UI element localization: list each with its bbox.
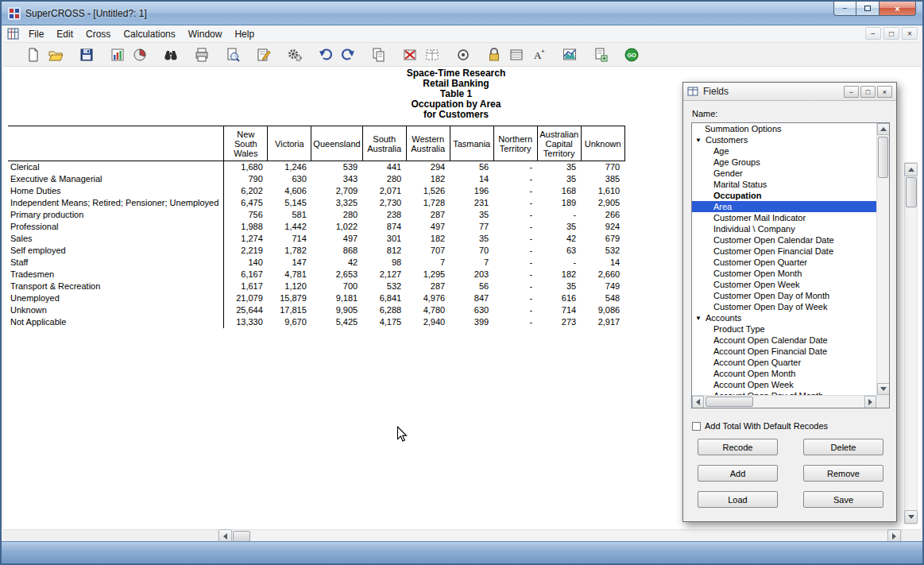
row-label[interactable]: Unknown: [8, 304, 224, 316]
field-list-item[interactable]: Summation Options: [692, 123, 876, 134]
row-label[interactable]: Home Duties: [8, 185, 224, 197]
menu-item[interactable]: File: [22, 27, 50, 41]
remove-button[interactable]: Remove: [803, 465, 883, 482]
font-button[interactable]: A+: [529, 45, 548, 64]
field-list-item[interactable]: Account Open Week: [692, 379, 876, 390]
redo-button[interactable]: [338, 45, 358, 64]
vertical-scroll-thumb[interactable]: [906, 177, 917, 207]
fields-scroll-up-button[interactable]: [877, 123, 890, 135]
field-list-item[interactable]: Customer Mail Indicator: [692, 212, 876, 223]
mdi-minimize-button[interactable]: −: [865, 27, 881, 40]
recode-button[interactable]: Recode: [698, 439, 778, 455]
delete-table-button[interactable]: [400, 45, 419, 64]
field-list-item[interactable]: Age Groups: [692, 157, 876, 168]
field-list-item[interactable]: Account Open Financial Date: [692, 346, 876, 357]
row-label[interactable]: Independent Means; Retired; Pensioner; U…: [8, 197, 224, 209]
expander-icon[interactable]: ▼: [695, 135, 706, 146]
expander-icon[interactable]: ▼: [695, 313, 706, 324]
menu-item[interactable]: Help: [228, 27, 261, 41]
delete-button[interactable]: Delete: [803, 439, 883, 455]
column-header[interactable]: Unknown: [581, 126, 624, 161]
vertical-scrollbar[interactable]: [904, 162, 918, 524]
field-list-item[interactable]: Customer Open Financial Date: [692, 246, 876, 257]
fields-vertical-scroll-thumb[interactable]: [878, 137, 888, 178]
field-list-item[interactable]: Occupation: [692, 190, 876, 201]
scroll-up-button[interactable]: [904, 163, 918, 176]
field-list-item[interactable]: Individual \ Company: [692, 223, 876, 234]
graph-button[interactable]: [560, 45, 579, 64]
field-list-item[interactable]: Customer Open Month: [692, 268, 876, 279]
field-list-item[interactable]: Account Open Calendar Date: [692, 335, 876, 346]
row-label[interactable]: Self employed: [8, 245, 224, 257]
field-list-item[interactable]: Customer Open Calendar Date: [692, 234, 876, 246]
fields-scroll-left-button[interactable]: [692, 396, 704, 408]
field-list-item[interactable]: ▼Accounts: [692, 312, 876, 323]
add-table-button[interactable]: [591, 45, 610, 64]
field-list-item[interactable]: Account Open Month: [692, 368, 876, 379]
scroll-down-button[interactable]: [904, 510, 918, 524]
fields-scroll-right-button[interactable]: [864, 396, 876, 408]
mdi-close-button[interactable]: ×: [902, 27, 918, 40]
field-list-item[interactable]: Customer Open Day of Month: [692, 290, 876, 301]
menu-item[interactable]: Cross: [79, 27, 117, 41]
print-preview-button[interactable]: [223, 45, 242, 64]
fields-list[interactable]: Summation Options ▼Customers Age Age Gro…: [691, 122, 890, 408]
fields-scroll-down-button[interactable]: [877, 383, 890, 395]
close-button[interactable]: ×: [879, 2, 916, 16]
column-header[interactable]: Victoria: [268, 126, 311, 161]
menu-item[interactable]: Window: [182, 27, 229, 41]
row-label[interactable]: Staff: [8, 257, 224, 269]
mdi-restore-button[interactable]: □: [883, 27, 899, 40]
field-list-item[interactable]: Product Type: [692, 323, 876, 335]
edit-button[interactable]: [254, 45, 273, 64]
table-layout-button[interactable]: [507, 45, 526, 64]
column-header[interactable]: Western Australia: [406, 126, 450, 161]
field-list-item[interactable]: Customer Open Quarter: [692, 257, 876, 268]
field-list-item[interactable]: Customer Open Day of Week: [692, 301, 876, 312]
undo-button[interactable]: [316, 45, 335, 64]
menu-item[interactable]: Edit: [50, 27, 79, 41]
go-button[interactable]: GO: [622, 45, 641, 64]
menu-item[interactable]: Calculations: [117, 27, 181, 41]
target-button[interactable]: [454, 45, 473, 64]
open-button[interactable]: [46, 45, 65, 64]
row-label[interactable]: Tradesmen: [8, 269, 224, 281]
load-button[interactable]: Load: [698, 491, 778, 508]
options-gears-button[interactable]: [285, 45, 304, 64]
column-header[interactable]: Tasmania: [450, 126, 493, 161]
row-label[interactable]: Sales: [8, 233, 224, 245]
copy-button[interactable]: [369, 45, 389, 64]
row-label[interactable]: Unemployed: [8, 292, 224, 304]
row-label[interactable]: Executive & Managerial: [8, 173, 224, 185]
fields-list-horizontal-scrollbar[interactable]: [692, 395, 876, 408]
restore-button[interactable]: [856, 2, 879, 16]
fields-horizontal-scroll-thumb[interactable]: [706, 397, 753, 407]
column-header[interactable]: South Australia: [362, 126, 406, 161]
select-table-button[interactable]: [423, 45, 442, 64]
field-list-item[interactable]: Age: [692, 145, 876, 157]
field-list-item[interactable]: Marital Status: [692, 179, 876, 190]
field-list-item[interactable]: Account Open Quarter: [692, 357, 876, 368]
horizontal-scroll-thumb[interactable]: [233, 531, 250, 542]
save-button-dialog[interactable]: Save: [803, 491, 883, 508]
field-list-item[interactable]: Area: [692, 201, 876, 212]
fields-list-vertical-scrollbar[interactable]: [876, 123, 889, 395]
row-label[interactable]: Not Applicable: [8, 316, 224, 328]
fields-close-button[interactable]: ×: [877, 86, 892, 98]
fields-minimize-button[interactable]: −: [844, 86, 859, 98]
find-button[interactable]: [161, 45, 180, 64]
print-button[interactable]: [192, 45, 211, 64]
add-total-checkbox[interactable]: [692, 422, 701, 431]
lock-button[interactable]: [485, 45, 504, 64]
column-header[interactable]: Queensland: [311, 126, 362, 161]
field-list-item[interactable]: Customer Open Week: [692, 279, 876, 290]
field-list-item[interactable]: ▼Customers: [692, 134, 876, 145]
column-header[interactable]: Northern Territory: [493, 126, 537, 161]
save-button[interactable]: [77, 45, 96, 64]
minimize-button[interactable]: −: [833, 2, 856, 16]
new-button[interactable]: [24, 45, 43, 64]
row-label[interactable]: Primary production: [8, 209, 224, 221]
field-list-item[interactable]: Gender: [692, 168, 876, 179]
column-header[interactable]: Australian Capital Territory: [537, 126, 581, 161]
fields-maximize-button[interactable]: □: [860, 86, 876, 98]
